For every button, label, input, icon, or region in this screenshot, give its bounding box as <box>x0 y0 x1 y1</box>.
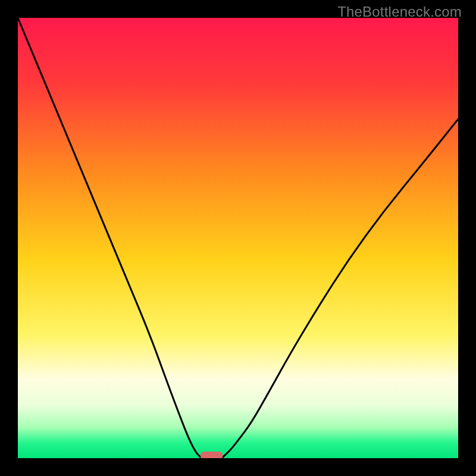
chart-frame: TheBottleneck.com <box>0 0 476 476</box>
bottom-marker <box>201 452 223 458</box>
chart-svg <box>18 18 458 458</box>
plot-area <box>18 18 458 458</box>
gradient-background <box>18 18 458 458</box>
